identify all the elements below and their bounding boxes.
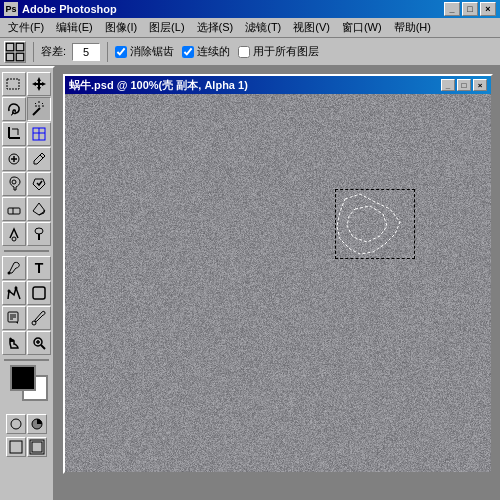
tool-fill[interactable] [27,197,51,221]
tool-row-10 [2,306,51,330]
svg-rect-0 [6,43,14,51]
tool-crop[interactable] [2,122,26,146]
document-titlebar: 蜗牛.psd @ 100%(壳 副本, Alpha 1) _ □ × [65,76,491,94]
tolerance-label: 容差: [41,44,66,59]
app-title-bar: Ps Adobe Photoshop _ □ × [0,0,500,18]
tool-row-2 [2,97,51,121]
document-title: 蜗牛.psd @ 100%(壳 副本, Alpha 1) [69,78,441,93]
svg-line-11 [35,103,36,104]
doc-minimize-btn[interactable]: _ [441,79,455,91]
tool-eraser[interactable] [2,197,26,221]
minimize-button[interactable]: _ [444,2,460,16]
close-button[interactable]: × [480,2,496,16]
antialiased-label: 消除锯齿 [130,44,174,59]
menu-view[interactable]: 视图(V) [287,18,336,37]
all-layers-label: 用于所有图层 [253,44,319,59]
contiguous-group: 连续的 [182,44,230,59]
svg-point-45 [11,419,21,429]
svg-rect-1 [16,43,24,51]
tool-clone[interactable] [2,172,26,196]
toolbar-sep-1 [33,42,34,62]
tool-standard-mode[interactable] [6,414,26,434]
svg-point-29 [12,237,16,241]
tool-slice[interactable] [27,122,51,146]
contiguous-checkbox[interactable] [182,46,194,58]
contiguous-label: 连续的 [197,44,230,59]
menu-edit[interactable]: 编辑(E) [50,18,99,37]
menu-image[interactable]: 图像(I) [99,18,143,37]
svg-rect-2 [6,53,14,61]
app-icon: Ps [4,2,18,16]
all-layers-group: 用于所有图层 [238,44,319,59]
tool-blur[interactable] [2,222,26,246]
tolerance-input[interactable] [72,43,100,61]
toolbox: T [0,66,55,500]
options-toolbar: 容差: 消除锯齿 连续的 用于所有图层 [0,38,500,66]
toolbar-sep-2 [107,42,108,62]
doc-maximize-btn[interactable]: □ [457,79,471,91]
svg-line-8 [33,108,40,115]
canvas-viewport[interactable] [65,94,491,472]
canvas-area: 蜗牛.psd @ 100%(壳 副本, Alpha 1) _ □ × [55,66,500,500]
tool-quick-mask[interactable] [27,414,47,434]
menu-bar: 文件(F) 编辑(E) 图像(I) 图层(L) 选择(S) 滤镜(T) 视图(V… [0,18,500,38]
tool-brush[interactable] [27,147,51,171]
tool-path-select[interactable] [2,281,26,305]
text-icon-label: T [35,260,44,276]
svg-rect-4 [7,79,19,89]
doc-close-btn[interactable]: × [473,79,487,91]
doc-title-buttons: _ □ × [441,79,487,91]
tool-lasso[interactable] [2,97,26,121]
toolbox-sep-2 [4,359,49,361]
tool-dodge[interactable] [27,222,51,246]
menu-help[interactable]: 帮助(H) [388,18,437,37]
menu-layer[interactable]: 图层(L) [143,18,190,37]
svg-rect-3 [16,53,24,61]
svg-rect-47 [10,441,22,453]
svg-marker-5 [32,77,46,91]
screen-mode-tools [2,437,51,457]
tool-marquee[interactable] [2,72,26,96]
svg-point-30 [35,228,43,234]
tool-row-1 [2,72,51,96]
tool-history[interactable] [27,172,51,196]
svg-line-42 [41,345,45,349]
svg-point-32 [8,272,11,275]
svg-point-34 [15,287,18,290]
tool-notes[interactable] [2,306,26,330]
document-window: 蜗牛.psd @ 100%(壳 副本, Alpha 1) _ □ × [63,74,493,474]
tool-heal[interactable] [2,147,26,171]
maximize-button[interactable]: □ [462,2,478,16]
tool-row-4 [2,147,51,171]
color-swatches [2,365,54,411]
tool-row-6 [2,197,51,221]
antialiased-group: 消除锯齿 [115,44,174,59]
tool-zoom[interactable] [27,331,51,355]
menu-filter[interactable]: 滤镜(T) [239,18,287,37]
tool-row-8: T [2,256,51,280]
menu-select[interactable]: 选择(S) [191,18,240,37]
tool-row-3 [2,122,51,146]
all-layers-checkbox[interactable] [238,46,250,58]
tool-text[interactable]: T [27,256,51,280]
tool-hand[interactable] [2,331,26,355]
tool-shape[interactable] [27,281,51,305]
antialiased-checkbox[interactable] [115,46,127,58]
tool-eyedropper[interactable] [27,306,51,330]
tool-magic-wand[interactable] [27,97,51,121]
svg-point-40 [32,321,36,325]
tool-move[interactable] [27,72,51,96]
title-buttons: _ □ × [444,2,496,16]
tool-screen-full[interactable] [27,437,47,457]
tool-icon-group [4,41,26,63]
foreground-color-swatch[interactable] [10,365,36,391]
tool-row-7 [2,222,51,246]
tool-options-btn[interactable] [4,41,26,63]
menu-window[interactable]: 窗口(W) [336,18,388,37]
main-area: T [0,66,500,500]
extra-tools [2,414,51,434]
tool-pen[interactable] [2,256,26,280]
tool-row-11 [2,331,51,355]
tool-screen-normal[interactable] [6,437,26,457]
menu-file[interactable]: 文件(F) [2,18,50,37]
